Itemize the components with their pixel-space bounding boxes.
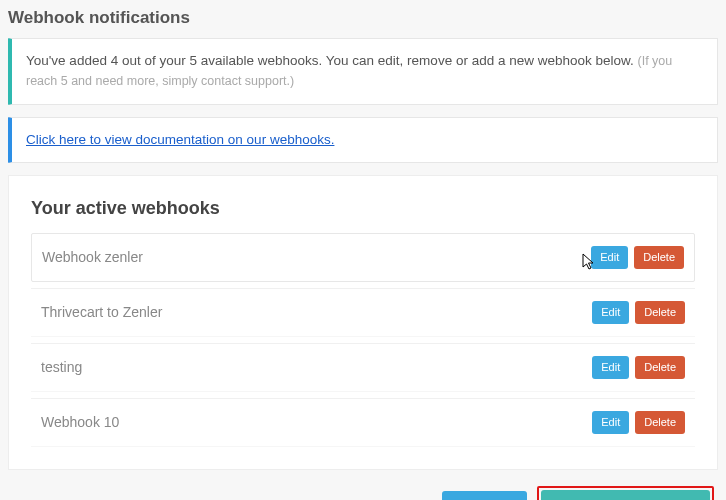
alert-text: You've added 4 out of your 5 available w… (26, 53, 638, 68)
page-title: Webhook notifications (8, 8, 718, 28)
webhook-name: Webhook 10 (41, 414, 119, 430)
row-actions: EditDelete (592, 411, 685, 434)
row-actions: EditDelete (591, 246, 684, 269)
go-back-button[interactable]: Go back (442, 491, 526, 500)
webhook-row: Thrivecart to ZenlerEditDelete (31, 288, 695, 337)
delete-button[interactable]: Delete (634, 246, 684, 269)
edit-button[interactable]: Edit (592, 411, 629, 434)
edit-button[interactable]: Edit (592, 356, 629, 379)
webhook-row: Webhook 10EditDelete (31, 398, 695, 447)
delete-button[interactable]: Delete (635, 356, 685, 379)
add-webhook-highlight: + Add another webhook (537, 486, 714, 500)
delete-button[interactable]: Delete (635, 411, 685, 434)
delete-button[interactable]: Delete (635, 301, 685, 324)
row-actions: EditDelete (592, 356, 685, 379)
webhook-list: Webhook zenlerEditDeleteThrivecart to Ze… (31, 233, 695, 447)
webhook-name: Webhook zenler (42, 249, 143, 265)
webhook-row: Webhook zenlerEditDelete (31, 233, 695, 282)
doc-link-alert: Click here to view documentation on our … (8, 117, 718, 163)
webhook-limit-alert: You've added 4 out of your 5 available w… (8, 38, 718, 105)
webhook-name: testing (41, 359, 82, 375)
add-webhook-button[interactable]: + Add another webhook (541, 490, 710, 500)
edit-button[interactable]: Edit (592, 301, 629, 324)
row-actions: EditDelete (592, 301, 685, 324)
active-webhooks-panel: Your active webhooks Webhook zenlerEditD… (8, 175, 718, 470)
doc-link[interactable]: Click here to view documentation on our … (26, 132, 334, 147)
footer-actions: Go back + Add another webhook (8, 470, 718, 500)
webhook-row: testingEditDelete (31, 343, 695, 392)
panel-title: Your active webhooks (31, 198, 695, 219)
edit-button[interactable]: Edit (591, 246, 628, 269)
webhook-name: Thrivecart to Zenler (41, 304, 162, 320)
